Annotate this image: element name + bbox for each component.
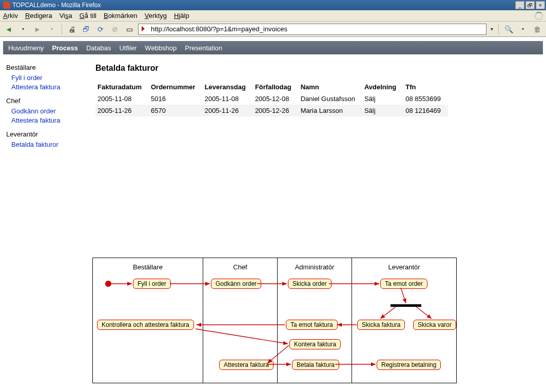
col-leveransdag: Leveransdag — [203, 81, 253, 93]
reload-button[interactable]: ⟳ — [95, 24, 106, 35]
node-ta-emot-order[interactable]: Ta emot order — [380, 279, 427, 289]
stop-button[interactable]: ⊘ — [109, 24, 121, 35]
toolbar-separator — [498, 24, 499, 34]
menu-visa[interactable]: Visa — [60, 12, 72, 19]
node-ta-emot-faktura[interactable]: Ta emot faktura — [286, 320, 338, 330]
favicon-icon — [141, 26, 148, 33]
window-title: TOPCALLdemo - Mozilla Firefox — [12, 2, 101, 9]
app-icon — [3, 2, 10, 9]
nav-webbshop[interactable]: Webbshop — [145, 44, 177, 52]
home-button[interactable]: ▭ — [124, 24, 135, 35]
menu-hjalp[interactable]: Hjälp — [174, 12, 189, 19]
browser-toolbar: ◄ ▾ ► ▾ 🖨 🗗 ⟳ ⊘ ▭ http://localhost:8080/… — [0, 22, 546, 37]
sidebar: Beställare Fyll i order Attestera faktur… — [3, 64, 95, 149]
node-fyll-i-order[interactable]: Fyll i order — [133, 279, 171, 289]
url-bar[interactable]: http://localhost:8080/?p=1&m=payed_invoi… — [138, 24, 486, 35]
forward-button[interactable]: ► — [32, 24, 43, 35]
col-fakturadatum: Fakturadatum — [95, 81, 149, 93]
lane-leverantor: Leverantör — [352, 258, 456, 271]
node-godkann-order[interactable]: Godkänn order — [211, 279, 261, 289]
menu-redigera[interactable]: Redigera — [25, 12, 52, 19]
browser-menubar: Arkiv Redigera Visa Gå till Bokmärken Ve… — [0, 10, 546, 22]
nav-process[interactable]: Process — [52, 44, 78, 52]
table-header-row: Fakturadatum Ordernummer Leveransdag För… — [95, 81, 448, 93]
print-button[interactable]: 🖨 — [66, 24, 77, 35]
sidebar-link-fyll-i-order[interactable]: Fyll i order — [11, 73, 95, 83]
nav-utfiler[interactable]: Utfiler — [119, 44, 136, 52]
menu-gatill[interactable]: Gå till — [80, 12, 96, 19]
process-diagram: Beställare Chef Administratör Leverantör… — [92, 258, 457, 383]
throbber-icon — [535, 12, 543, 20]
minimize-button[interactable]: _ — [515, 1, 524, 9]
node-attestera-faktura[interactable]: Attestera faktura — [219, 360, 274, 370]
restore-button[interactable]: 🗗 — [525, 1, 535, 9]
col-namn: Namn — [299, 81, 362, 93]
col-forfallodag: Förfallodag — [253, 81, 299, 93]
nav-databas[interactable]: Databas — [86, 44, 111, 52]
lane-chef: Chef — [203, 258, 277, 271]
lane-administrator: Administratör — [278, 258, 352, 271]
node-skicka-order[interactable]: Skicka order — [288, 279, 332, 289]
sidebar-group-leverantor: Leverantör — [6, 130, 95, 138]
table-row[interactable]: 2005-11-08 5016 2005-11-08 2005-12-08 Da… — [95, 93, 448, 105]
back-button[interactable]: ◄ — [3, 24, 14, 35]
close-button[interactable]: × — [536, 1, 545, 9]
menu-bokmarken[interactable]: Bokmärken — [104, 12, 138, 19]
search-button[interactable]: 🔍 — [503, 24, 514, 35]
page-title: Betalda fakturor — [95, 64, 538, 73]
fork-bar — [391, 304, 421, 307]
trash-button[interactable]: 🗑 — [532, 24, 543, 35]
menu-arkiv[interactable]: Arkiv — [3, 12, 18, 19]
nav-huvudmeny[interactable]: Huvudmeny — [8, 44, 44, 52]
app-nav: Huvudmeny Process Databas Utfiler Webbsh… — [3, 41, 543, 54]
page-content: Huvudmeny Process Databas Utfiler Webbsh… — [0, 37, 546, 392]
invoices-table: Fakturadatum Ordernummer Leveransdag För… — [95, 81, 448, 116]
node-kontera-faktura[interactable]: Kontera faktura — [289, 339, 341, 349]
menu-verktyg[interactable]: Verktyg — [145, 12, 167, 19]
node-skicka-varor[interactable]: Skicka varor — [413, 320, 456, 330]
node-skicka-faktura[interactable]: Skicka faktura — [357, 320, 405, 330]
node-kontrollera[interactable]: Kontrollera och attestera faktura — [97, 320, 194, 330]
start-node-icon — [105, 281, 111, 287]
sidebar-group-bestallare: Beställare — [6, 64, 95, 71]
toolbar-separator — [62, 24, 62, 34]
sidebar-link-attestera-faktura-2[interactable]: Attestera faktura — [11, 116, 95, 125]
col-tfn: Tfn — [403, 81, 448, 93]
forward-dropdown-icon[interactable]: ▾ — [46, 24, 57, 35]
nav-presentation[interactable]: Presentation — [185, 44, 222, 52]
col-ordernummer: Ordernummer — [149, 81, 203, 93]
search-dropdown-icon[interactable]: ▾ — [517, 24, 529, 35]
sidebar-group-chef: Chef — [6, 97, 95, 105]
newtab-button[interactable]: 🗗 — [81, 24, 92, 35]
sidebar-link-betalda-fakturor[interactable]: Betalda fakturor — [11, 140, 95, 149]
col-avdelning: Avdelning — [362, 81, 403, 93]
main-panel: Betalda fakturor Fakturadatum Ordernumme… — [95, 64, 543, 149]
lane-bestallare: Beställare — [93, 258, 203, 271]
sidebar-link-godkann-order[interactable]: Godkänn order — [11, 107, 95, 116]
url-text: http://localhost:8080/?p=1&m=payed_invoi… — [151, 25, 287, 33]
window-titlebar: TOPCALLdemo - Mozilla Firefox _ 🗗 × — [0, 0, 546, 10]
back-dropdown-icon[interactable]: ▾ — [17, 24, 29, 35]
node-betala-faktura[interactable]: Betala faktura — [292, 360, 339, 370]
sidebar-link-attestera-faktura-1[interactable]: Attestera faktura — [11, 83, 95, 92]
url-dropdown-icon[interactable]: ▾ — [490, 26, 494, 32]
node-registrera-betalning[interactable]: Registrera betalning — [377, 360, 441, 370]
table-row[interactable]: 2005-11-26 6570 2005-11-26 2005-12-26 Ma… — [95, 105, 448, 116]
